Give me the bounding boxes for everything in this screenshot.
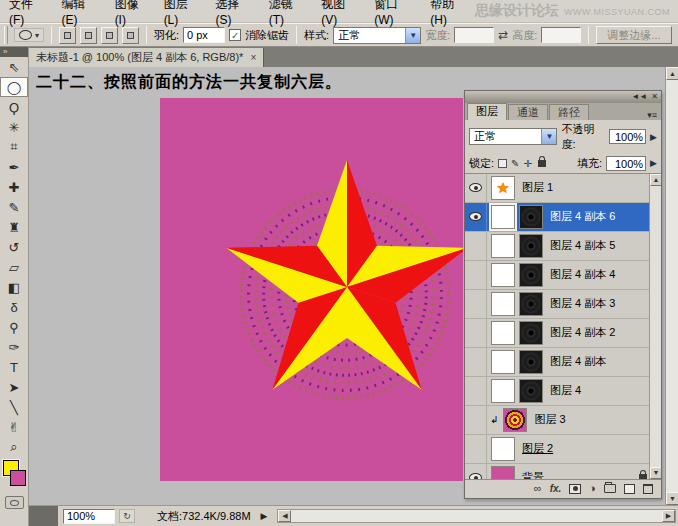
type-tool[interactable]: T — [0, 357, 28, 377]
layer-thumbnail-dark[interactable] — [519, 379, 543, 403]
height-input[interactable] — [541, 27, 581, 43]
layer-visibility-toggle[interactable] — [465, 406, 487, 434]
menu-item-7[interactable]: 窗口(W) — [365, 0, 421, 27]
add-to-selection-button[interactable] — [80, 27, 97, 44]
layer-thumbnail-dark[interactable] — [519, 234, 543, 258]
panel-collapse-icon[interactable]: ◄◄ — [631, 93, 647, 101]
refine-edge-button[interactable]: 调整边缘... — [596, 26, 671, 44]
lock-all-icon[interactable] — [538, 160, 546, 167]
crop-tool[interactable]: ⌗ — [0, 137, 28, 157]
layer-thumbnail-checker[interactable] — [491, 379, 515, 403]
panel-close-icon[interactable]: ✕ — [651, 93, 658, 101]
layer-row-8[interactable]: ↳图层 3 — [465, 406, 661, 435]
layer-row-0[interactable]: ★图层 1 — [465, 174, 661, 203]
zoom-tool[interactable]: ⌕ — [0, 437, 28, 457]
eraser-tool[interactable]: ▱ — [0, 257, 28, 277]
background-color-swatch[interactable] — [10, 470, 26, 486]
lock-position-icon[interactable]: ✛ — [523, 158, 531, 169]
layer-visibility-toggle[interactable] — [465, 203, 487, 231]
layer-thumbnail-checker[interactable] — [491, 205, 515, 229]
width-input[interactable] — [454, 27, 494, 43]
eyedropper-tool[interactable]: ✒ — [0, 157, 28, 177]
layer-visibility-toggle[interactable] — [465, 261, 487, 289]
lock-paint-icon[interactable]: ✎ — [511, 158, 519, 169]
status-flyout-icon[interactable]: ▶ — [261, 511, 268, 521]
menu-item-5[interactable]: 滤镜(T) — [260, 0, 313, 27]
lock-transparency-icon[interactable] — [498, 159, 507, 168]
layer-name[interactable]: 图层 4 副本 6 — [550, 209, 615, 224]
layer-thumbnail-cream[interactable] — [491, 437, 515, 461]
panel-tab-2[interactable]: 路径 — [549, 104, 589, 120]
adjustment-layer-icon[interactable]: ◑ — [589, 483, 596, 494]
vertical-scrollbar[interactable]: ▲ ▼ — [665, 67, 678, 505]
zoom-level-input[interactable] — [63, 509, 115, 524]
pen-tool[interactable]: ✑ — [0, 337, 28, 357]
layer-name[interactable]: 图层 4 — [550, 383, 581, 398]
layer-name[interactable]: 图层 2 — [522, 441, 553, 456]
new-group-icon[interactable] — [604, 484, 616, 493]
layer-thumbnail-checker[interactable] — [491, 263, 515, 287]
blend-mode-select[interactable]: 正常 ▼ — [469, 128, 557, 145]
new-layer-icon[interactable] — [624, 484, 635, 494]
horizontal-scrollbar[interactable]: ◀ ▶ — [277, 509, 676, 523]
layer-row-2[interactable]: 图层 4 副本 5 — [465, 232, 661, 261]
layer-thumbnail-dark[interactable] — [519, 205, 543, 229]
layer-name[interactable]: 图层 1 — [522, 180, 553, 195]
antialias-checkbox[interactable]: ✓ — [229, 29, 241, 41]
layer-thumbnail-checker[interactable] — [491, 350, 515, 374]
hand-tool[interactable]: ✌ — [0, 417, 28, 437]
menu-item-6[interactable]: 视图(V) — [312, 0, 365, 27]
dodge-tool[interactable]: ⚲ — [0, 317, 28, 337]
add-layer-mask-icon[interactable] — [569, 484, 581, 494]
elliptical-marquee-tool[interactable]: ◯ — [0, 77, 28, 97]
opacity-flyout-icon[interactable]: ▶ — [650, 132, 657, 142]
layer-thumbnail-dark[interactable] — [519, 263, 543, 287]
toolbox-collapse-button[interactable]: » — [0, 47, 28, 57]
document-tab[interactable]: 未标题-1 @ 100% (图层 4 副本 6, RGB/8)* × — [29, 48, 264, 67]
layer-thumbnail-checker[interactable] — [491, 292, 515, 316]
layer-visibility-toggle[interactable] — [465, 348, 487, 376]
layer-thumbnail-checker[interactable] — [491, 234, 515, 258]
layer-thumbnail-dark[interactable] — [519, 350, 543, 374]
healing-brush-tool[interactable]: ✚ — [0, 177, 28, 197]
layer-row-7[interactable]: 图层 4 — [465, 377, 661, 406]
magic-wand-tool[interactable]: ✳ — [0, 117, 28, 137]
menu-item-8[interactable]: 帮助(H) — [421, 0, 475, 27]
fill-flyout-icon[interactable]: ▶ — [650, 158, 657, 168]
layer-row-4[interactable]: 图层 4 副本 3 — [465, 290, 661, 319]
link-layers-icon[interactable]: ∞ — [534, 483, 542, 494]
layer-visibility-toggle[interactable] — [465, 377, 487, 405]
layer-visibility-toggle[interactable] — [465, 435, 487, 463]
scroll-up-icon[interactable]: ▲ — [666, 67, 678, 80]
history-brush-tool[interactable]: ↺ — [0, 237, 28, 257]
line-tool[interactable]: ╲ — [0, 397, 28, 417]
layer-row-5[interactable]: 图层 4 副本 2 — [465, 319, 661, 348]
panel-tab-1[interactable]: 通道 — [508, 104, 548, 120]
clone-stamp-tool[interactable]: ♜ — [0, 217, 28, 237]
scroll-up-icon[interactable]: ▲ — [650, 174, 661, 186]
gradient-tool[interactable]: ◧ — [0, 277, 28, 297]
layer-name[interactable]: 图层 4 副本 5 — [550, 238, 615, 253]
status-refresh-icon[interactable]: ↻ — [119, 509, 135, 523]
layer-row-1[interactable]: 图层 4 副本 6 — [465, 203, 661, 232]
layer-name[interactable]: 图层 3 — [534, 412, 565, 427]
scroll-left-icon[interactable]: ◀ — [278, 510, 291, 522]
new-selection-button[interactable] — [59, 27, 76, 44]
layer-row-6[interactable]: 图层 4 副本 — [465, 348, 661, 377]
layer-thumbnail-dark[interactable] — [519, 321, 543, 345]
quick-mask-button[interactable] — [5, 496, 24, 509]
scroll-right-icon[interactable]: ▶ — [662, 510, 675, 522]
layer-visibility-toggle[interactable] — [465, 290, 487, 318]
brush-tool[interactable]: ✎ — [0, 197, 28, 217]
tab-close-icon[interactable]: × — [250, 52, 256, 63]
blur-tool[interactable]: δ — [0, 297, 28, 317]
layer-row-3[interactable]: 图层 4 副本 4 — [465, 261, 661, 290]
layer-visibility-toggle[interactable] — [465, 464, 487, 480]
layer-name[interactable]: 图层 4 副本 3 — [550, 296, 615, 311]
swap-dimensions-icon[interactable]: ⇄ — [498, 28, 508, 42]
feather-input[interactable] — [183, 27, 225, 43]
layer-name[interactable]: 图层 4 副本 2 — [550, 325, 615, 340]
move-tool[interactable]: ⇖ — [0, 57, 28, 77]
layer-thumbnail-pink[interactable] — [491, 466, 515, 480]
layer-name[interactable]: 背景 — [522, 470, 544, 479]
